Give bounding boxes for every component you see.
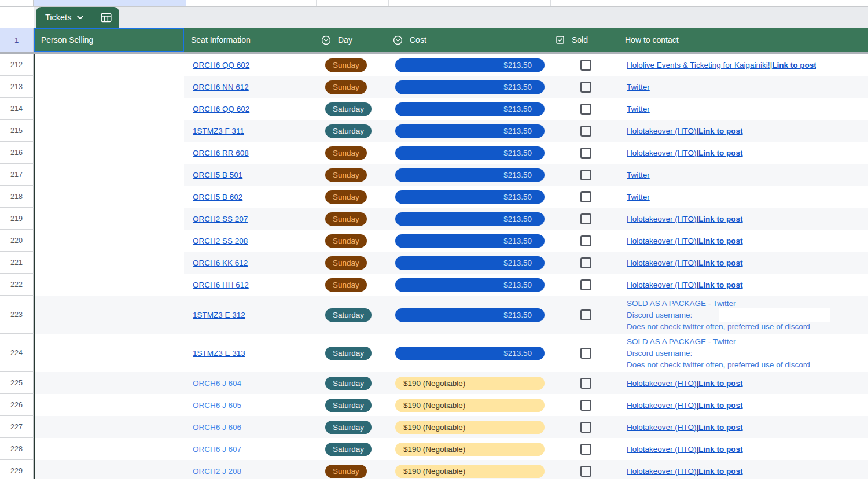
cell-person-selling[interactable] (35, 394, 184, 416)
cell-person-selling[interactable] (35, 208, 184, 230)
row-number[interactable]: 228 (0, 438, 34, 460)
cell-how-to-contact[interactable]: Twitter (620, 76, 868, 98)
cell-person-selling[interactable] (35, 334, 184, 372)
cell-cost[interactable]: $213.50 (389, 208, 551, 230)
cell-how-to-contact[interactable]: Twitter (620, 164, 868, 186)
row-number[interactable]: 213 (0, 76, 34, 98)
sold-checkbox[interactable] (580, 170, 591, 180)
column-header-cost[interactable]: Cost (387, 28, 549, 52)
row-number[interactable]: 222 (0, 274, 34, 296)
day-chip[interactable]: Saturday (325, 443, 372, 456)
cell-seat-information[interactable]: 1STMZ3 E 313 (184, 334, 317, 372)
contact-link[interactable]: Holotakeover (HTO) (627, 149, 697, 157)
sold-checkbox[interactable] (580, 348, 591, 359)
row-number[interactable]: 212 (0, 54, 34, 76)
contact-link[interactable]: Twitter (627, 83, 650, 91)
contact-link[interactable]: Twitter (627, 171, 650, 179)
cost-chip[interactable]: $213.50 (395, 212, 545, 226)
cost-chip[interactable]: $213.50 (395, 124, 545, 138)
cell-day[interactable]: Sunday (317, 230, 389, 252)
cell-seat-information[interactable]: ORCH6 QQ 602 (184, 98, 317, 120)
row-number[interactable]: 226 (0, 394, 34, 416)
cost-chip[interactable]: $213.50 (395, 58, 545, 72)
cell-cost[interactable]: $213.50 (389, 98, 551, 120)
contact-link[interactable]: Holotakeover (HTO) (627, 281, 697, 289)
cell-day[interactable]: Sunday (317, 164, 389, 186)
column-header-sold[interactable]: Sold (549, 28, 619, 52)
cell-day[interactable]: Saturday (317, 372, 389, 394)
cell-how-to-contact[interactable]: Holotakeover (HTO) | Link to post (620, 416, 868, 438)
cell-cost[interactable]: $213.50 (389, 142, 551, 164)
cell-day[interactable]: Saturday (317, 120, 389, 142)
cost-chip[interactable]: $213.50 (395, 234, 545, 248)
column-header-person-selling[interactable]: Person Selling (34, 28, 182, 52)
day-chip[interactable]: Sunday (325, 212, 367, 226)
cell-day[interactable]: Sunday (317, 142, 389, 164)
column-header-day[interactable]: Day (315, 28, 387, 52)
cell-how-to-contact[interactable]: Holotakeover (HTO) | Link to post (620, 120, 868, 142)
day-chip[interactable]: Sunday (325, 168, 367, 182)
contact-link[interactable]: Holotakeover (HTO) (627, 127, 697, 135)
cell-seat-information[interactable]: ORCH6 J 605 (184, 394, 317, 416)
row-number[interactable]: 223 (0, 296, 34, 334)
day-chip[interactable]: Saturday (325, 421, 372, 434)
cell-seat-information[interactable]: ORCH5 B 602 (184, 186, 317, 208)
cell-person-selling[interactable] (35, 142, 184, 164)
contact-link[interactable]: Holotakeover (HTO) (627, 445, 697, 454)
sold-checkbox[interactable] (580, 378, 591, 389)
cell-cost[interactable]: $190 (Negotiable) (389, 438, 551, 460)
row-number[interactable]: 214 (0, 98, 34, 120)
cell-day[interactable]: Sunday (317, 274, 389, 296)
sold-checkbox[interactable] (580, 148, 591, 159)
day-chip[interactable]: Sunday (325, 465, 367, 478)
table-view-button[interactable] (93, 7, 119, 28)
cell-how-to-contact[interactable]: Holotakeover (HTO) | Link to post (620, 394, 868, 416)
cell-seat-information[interactable]: ORCH6 NN 612 (184, 76, 317, 98)
cell-day[interactable]: Sunday (317, 460, 389, 479)
seat-link[interactable]: ORCH6 NN 612 (193, 83, 249, 91)
seat-link[interactable]: ORCH6 QQ 602 (193, 61, 249, 69)
cell-above-cost[interactable] (389, 0, 551, 6)
cost-chip[interactable]: $213.50 (395, 347, 545, 360)
cell-cost[interactable]: $213.50 (389, 252, 551, 274)
cell-person-selling[interactable] (35, 372, 184, 394)
cost-chip[interactable]: $190 (Negotiable) (395, 421, 545, 434)
cell-person-selling[interactable] (35, 296, 184, 334)
row-number[interactable]: 219 (0, 208, 34, 230)
cost-chip[interactable]: $213.50 (395, 168, 545, 182)
link-to-post-link[interactable]: Link to post (772, 61, 816, 69)
cell-seat-information[interactable]: 1STMZ3 E 312 (184, 296, 317, 334)
cell-day[interactable]: Saturday (317, 416, 389, 438)
cell-cost[interactable]: $213.50 (389, 76, 551, 98)
link-to-post-link[interactable]: Link to post (698, 281, 743, 289)
day-chip[interactable]: Saturday (325, 377, 372, 390)
cost-chip[interactable]: $190 (Negotiable) (395, 377, 545, 390)
sold-checkbox[interactable] (580, 257, 591, 268)
sold-checkbox[interactable] (580, 82, 591, 93)
cell-person-selling[interactable] (35, 438, 184, 460)
cell-person-selling[interactable] (35, 416, 184, 438)
link-to-post-link[interactable]: Link to post (698, 237, 743, 245)
cost-chip[interactable]: $213.50 (395, 190, 545, 204)
cell-above-sold[interactable] (551, 0, 620, 6)
row-number[interactable]: 227 (0, 416, 34, 438)
cell-how-to-contact[interactable]: Twitter (620, 98, 868, 120)
day-chip[interactable]: Saturday (325, 124, 372, 138)
sold-checkbox[interactable] (580, 213, 591, 224)
cell-person-selling[interactable] (35, 76, 184, 98)
cost-chip[interactable]: $190 (Negotiable) (395, 443, 545, 456)
sold-checkbox[interactable] (580, 279, 591, 290)
cell-seat-information[interactable]: ORCH6 KK 612 (184, 252, 317, 274)
day-chip[interactable]: Saturday (325, 308, 372, 322)
link-to-post-link[interactable]: Link to post (698, 467, 743, 476)
row-number[interactable]: 229 (0, 460, 34, 479)
cell-day[interactable]: Saturday (317, 438, 389, 460)
link-to-post-link[interactable]: Link to post (698, 401, 743, 410)
day-chip[interactable]: Saturday (325, 399, 372, 412)
sold-checkbox[interactable] (580, 466, 591, 477)
cell-day[interactable]: Sunday (317, 186, 389, 208)
cost-chip[interactable]: $213.50 (395, 278, 545, 292)
contact-link[interactable]: Hololive Events & Ticketing for Kaigaini… (627, 61, 770, 69)
seat-link[interactable]: ORCH6 QQ 602 (193, 105, 249, 113)
contact-link[interactable]: Holotakeover (HTO) (627, 401, 697, 410)
